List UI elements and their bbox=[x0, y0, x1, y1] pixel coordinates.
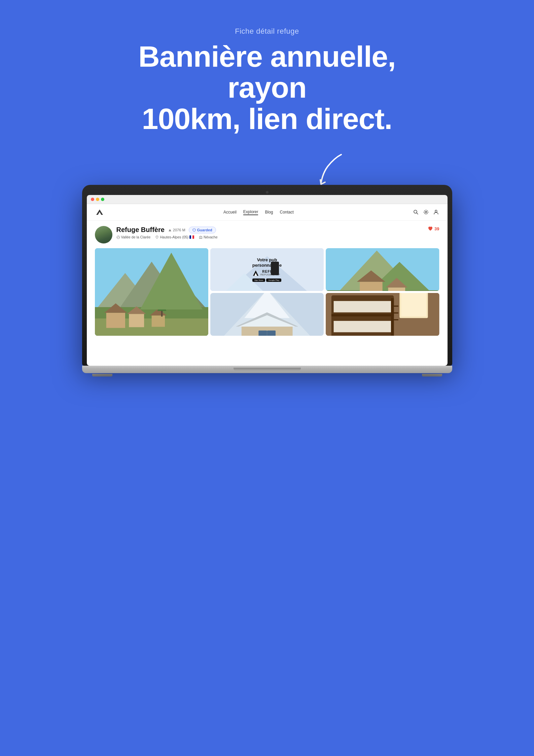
laptop-foot-left bbox=[92, 374, 112, 376]
shield-icon bbox=[192, 228, 196, 232]
hero-subtitle: Fiche détail refuge bbox=[116, 27, 419, 36]
search-icon[interactable] bbox=[413, 209, 419, 215]
valley-icon bbox=[116, 235, 120, 239]
nav-accueil[interactable]: Accueil bbox=[223, 210, 237, 215]
mountain-icon bbox=[168, 228, 172, 232]
browser-traffic-lights bbox=[91, 198, 104, 201]
site-logo[interactable] bbox=[95, 207, 104, 217]
refuge-info: Refuge Buffère 2076 M Guarded bbox=[116, 226, 218, 239]
svg-rect-46 bbox=[401, 293, 426, 316]
svg-rect-48 bbox=[334, 321, 392, 332]
photo-interior-svg bbox=[326, 293, 439, 336]
svg-rect-51 bbox=[391, 298, 394, 336]
refuge-valley: Vallée de la Clarée bbox=[116, 235, 151, 239]
ad-store-badges: App Store Google Play bbox=[252, 278, 282, 282]
settings-icon[interactable] bbox=[423, 209, 429, 215]
website-content: Accueil Explorer Blog Contact bbox=[87, 204, 448, 366]
photo-large-landscape[interactable] bbox=[95, 248, 208, 336]
close-dot[interactable] bbox=[91, 198, 94, 201]
ad-logo-icon bbox=[252, 270, 259, 276]
svg-point-2 bbox=[425, 211, 427, 213]
hero-title: Bannière annuelle, rayon 100km, lien dir… bbox=[116, 41, 419, 134]
logo-icon bbox=[95, 207, 104, 217]
refuge-avatar bbox=[95, 226, 112, 243]
svg-rect-13 bbox=[106, 313, 125, 328]
svg-rect-33 bbox=[388, 288, 405, 291]
photo-top-right[interactable] bbox=[326, 248, 439, 291]
ad-content: Votre pub personnalisée REFUGE bbox=[252, 257, 282, 282]
arrow-icon bbox=[311, 148, 351, 188]
laptop-feet bbox=[82, 374, 452, 376]
svg-point-5 bbox=[157, 236, 157, 237]
svg-rect-49 bbox=[334, 301, 392, 313]
photo-bottom-left[interactable] bbox=[210, 293, 324, 336]
laptop-hinge-notch bbox=[234, 368, 301, 371]
hero-section: Fiche détail refuge Bannière annuelle, r… bbox=[116, 0, 419, 148]
minimize-dot[interactable] bbox=[96, 198, 99, 201]
nav-explorer[interactable]: Explorer bbox=[243, 209, 258, 215]
heart-icon bbox=[428, 226, 433, 231]
refuge-header: Refuge Buffère 2076 M Guarded bbox=[87, 221, 448, 247]
maximize-dot[interactable] bbox=[101, 198, 104, 201]
browser-chrome bbox=[87, 195, 448, 204]
svg-rect-41 bbox=[258, 331, 267, 336]
laptop-camera-bar bbox=[87, 190, 448, 195]
svg-rect-31 bbox=[360, 282, 382, 291]
refuge-left-info: Refuge Buffère 2076 M Guarded bbox=[95, 226, 218, 243]
arrow-container bbox=[116, 148, 419, 188]
svg-rect-54 bbox=[392, 319, 398, 320]
user-icon[interactable] bbox=[433, 209, 439, 215]
guarded-badge: Guarded bbox=[189, 227, 216, 233]
refuge-meta: Vallée de la Clarée Hautes-Alpes (05) N bbox=[116, 235, 218, 239]
camera-dot bbox=[266, 191, 269, 194]
svg-line-1 bbox=[417, 213, 418, 214]
laptop: Accueil Explorer Blog Contact bbox=[82, 185, 452, 376]
french-flag bbox=[189, 235, 194, 239]
photo-bottomleft-svg bbox=[210, 293, 324, 336]
svg-rect-42 bbox=[267, 331, 275, 336]
photo-topright-svg bbox=[326, 248, 439, 291]
nav-blog[interactable]: Blog bbox=[265, 210, 273, 215]
location-icon bbox=[155, 235, 159, 239]
ad-phone-mock bbox=[271, 262, 279, 275]
svg-rect-17 bbox=[151, 316, 165, 327]
svg-rect-52 bbox=[392, 306, 398, 307]
svg-marker-20 bbox=[157, 301, 166, 311]
nav-action-icons bbox=[413, 209, 439, 215]
svg-rect-53 bbox=[392, 313, 398, 314]
refuge-name-row: Refuge Buffère 2076 M Guarded bbox=[116, 226, 218, 234]
svg-rect-15 bbox=[129, 314, 144, 327]
nav-contact[interactable]: Contact bbox=[280, 210, 294, 215]
laptop-body: Accueil Explorer Blog Contact bbox=[82, 185, 452, 366]
ad-logo-area: REFUGE REFUGE.CAMP bbox=[252, 270, 282, 276]
refuge-department: Hautes-Alpes (05) bbox=[155, 235, 194, 239]
landscape-svg bbox=[95, 248, 208, 336]
refuge-altitude: 2076 M bbox=[168, 228, 185, 232]
nav-links: Accueil Explorer Blog Contact bbox=[223, 209, 294, 215]
refuge-commune: Névache bbox=[199, 235, 217, 239]
svg-rect-50 bbox=[331, 314, 394, 317]
photo-bottom-right[interactable] bbox=[326, 293, 439, 336]
laptop-foot-right bbox=[422, 374, 442, 376]
heart-count: 39 bbox=[428, 226, 439, 231]
site-nav: Accueil Explorer Blog Contact bbox=[87, 204, 448, 221]
svg-point-3 bbox=[435, 210, 437, 212]
photo-ad-banner[interactable]: Votre pub personnalisée REFUGE bbox=[210, 248, 324, 291]
screen-bezel: Accueil Explorer Blog Contact bbox=[87, 195, 448, 366]
appstore-badge[interactable]: App Store bbox=[252, 278, 265, 282]
photo-grid: Votre pub personnalisée REFUGE bbox=[87, 247, 448, 341]
googleplay-badge[interactable]: Google Play bbox=[266, 278, 281, 282]
commune-icon bbox=[199, 235, 203, 239]
refuge-name: Refuge Buffère bbox=[116, 226, 165, 234]
laptop-base bbox=[82, 366, 452, 373]
